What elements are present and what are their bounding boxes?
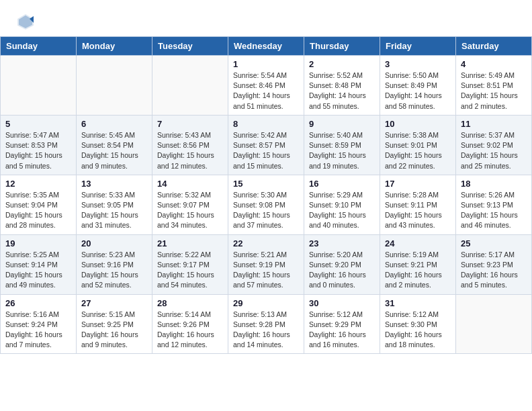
column-header-monday: Monday xyxy=(77,37,152,56)
calendar-cell xyxy=(456,294,532,354)
calendar-cell: 23Sunrise: 5:20 AMSunset: 9:20 PMDayligh… xyxy=(304,234,380,294)
week-row-1: 1Sunrise: 5:54 AMSunset: 8:46 PMDaylight… xyxy=(1,56,532,116)
day-number: 12 xyxy=(5,179,71,189)
day-info: Sunrise: 5:42 AMSunset: 8:57 PMDaylight:… xyxy=(233,130,299,171)
calendar-cell xyxy=(77,56,152,116)
day-info: Sunrise: 5:25 AMSunset: 9:14 PMDaylight:… xyxy=(5,250,71,291)
day-number: 4 xyxy=(461,59,527,69)
day-number: 26 xyxy=(5,298,71,308)
calendar-cell: 20Sunrise: 5:23 AMSunset: 9:16 PMDayligh… xyxy=(77,234,152,294)
calendar-cell: 2Sunrise: 5:52 AMSunset: 8:48 PMDaylight… xyxy=(304,56,380,116)
calendar-cell: 28Sunrise: 5:14 AMSunset: 9:26 PMDayligh… xyxy=(152,294,228,354)
column-header-tuesday: Tuesday xyxy=(152,37,228,56)
calendar-cell: 27Sunrise: 5:15 AMSunset: 9:25 PMDayligh… xyxy=(77,294,152,354)
calendar-cell: 31Sunrise: 5:12 AMSunset: 9:30 PMDayligh… xyxy=(380,294,456,354)
day-info: Sunrise: 5:43 AMSunset: 8:56 PMDaylight:… xyxy=(157,130,223,171)
column-header-wednesday: Wednesday xyxy=(228,37,304,56)
day-info: Sunrise: 5:32 AMSunset: 9:07 PMDaylight:… xyxy=(157,190,223,231)
column-header-thursday: Thursday xyxy=(304,37,380,56)
calendar-cell: 19Sunrise: 5:25 AMSunset: 9:14 PMDayligh… xyxy=(1,234,77,294)
day-number: 24 xyxy=(385,238,451,248)
day-info: Sunrise: 5:38 AMSunset: 9:01 PMDaylight:… xyxy=(385,130,451,171)
day-number: 6 xyxy=(81,119,147,129)
day-info: Sunrise: 5:30 AMSunset: 9:08 PMDaylight:… xyxy=(233,190,299,231)
day-info: Sunrise: 5:54 AMSunset: 8:46 PMDaylight:… xyxy=(233,71,299,111)
day-number: 25 xyxy=(461,238,527,248)
generalblue-logo-icon xyxy=(16,12,35,31)
calendar-cell: 25Sunrise: 5:17 AMSunset: 9:23 PMDayligh… xyxy=(456,234,532,294)
week-row-2: 5Sunrise: 5:47 AMSunset: 8:53 PMDaylight… xyxy=(1,115,532,175)
day-number: 19 xyxy=(5,238,71,248)
day-info: Sunrise: 5:22 AMSunset: 9:17 PMDaylight:… xyxy=(157,250,223,291)
day-info: Sunrise: 5:35 AMSunset: 9:04 PMDaylight:… xyxy=(5,190,71,231)
day-number: 18 xyxy=(461,179,527,189)
day-number: 30 xyxy=(309,298,375,308)
calendar-cell: 29Sunrise: 5:13 AMSunset: 9:28 PMDayligh… xyxy=(228,294,304,354)
day-info: Sunrise: 5:50 AMSunset: 8:49 PMDaylight:… xyxy=(385,71,451,111)
calendar-cell: 3Sunrise: 5:50 AMSunset: 8:49 PMDaylight… xyxy=(380,56,456,116)
day-info: Sunrise: 5:17 AMSunset: 9:23 PMDaylight:… xyxy=(461,250,527,291)
day-number: 15 xyxy=(233,179,299,189)
day-number: 31 xyxy=(385,298,451,308)
calendar-cell: 21Sunrise: 5:22 AMSunset: 9:17 PMDayligh… xyxy=(152,234,228,294)
calendar-cell: 16Sunrise: 5:29 AMSunset: 9:10 PMDayligh… xyxy=(304,175,380,234)
day-number: 5 xyxy=(5,119,71,129)
calendar-cell: 11Sunrise: 5:37 AMSunset: 9:02 PMDayligh… xyxy=(456,115,532,175)
calendar-cell: 13Sunrise: 5:33 AMSunset: 9:05 PMDayligh… xyxy=(77,175,152,234)
day-info: Sunrise: 5:33 AMSunset: 9:05 PMDaylight:… xyxy=(81,190,147,231)
day-number: 13 xyxy=(81,179,147,189)
calendar-cell: 10Sunrise: 5:38 AMSunset: 9:01 PMDayligh… xyxy=(380,115,456,175)
day-info: Sunrise: 5:23 AMSunset: 9:16 PMDaylight:… xyxy=(81,250,147,291)
calendar-cell: 22Sunrise: 5:21 AMSunset: 9:19 PMDayligh… xyxy=(228,234,304,294)
day-info: Sunrise: 5:40 AMSunset: 8:59 PMDaylight:… xyxy=(309,130,375,171)
calendar-cell xyxy=(152,56,228,116)
logo xyxy=(16,12,38,31)
calendar-table: SundayMondayTuesdayWednesdayThursdayFrid… xyxy=(0,36,532,354)
column-header-sunday: Sunday xyxy=(1,37,77,56)
week-row-5: 26Sunrise: 5:16 AMSunset: 9:24 PMDayligh… xyxy=(1,294,532,354)
day-info: Sunrise: 5:16 AMSunset: 9:24 PMDaylight:… xyxy=(5,310,71,351)
week-row-3: 12Sunrise: 5:35 AMSunset: 9:04 PMDayligh… xyxy=(1,175,532,234)
calendar-cell: 5Sunrise: 5:47 AMSunset: 8:53 PMDaylight… xyxy=(1,115,77,175)
calendar-cell: 8Sunrise: 5:42 AMSunset: 8:57 PMDaylight… xyxy=(228,115,304,175)
day-number: 21 xyxy=(157,238,223,248)
day-info: Sunrise: 5:52 AMSunset: 8:48 PMDaylight:… xyxy=(309,71,375,111)
calendar-cell xyxy=(1,56,77,116)
page-header xyxy=(0,0,532,36)
column-header-saturday: Saturday xyxy=(456,37,532,56)
calendar-cell: 6Sunrise: 5:45 AMSunset: 8:54 PMDaylight… xyxy=(77,115,152,175)
day-info: Sunrise: 5:19 AMSunset: 9:21 PMDaylight:… xyxy=(385,250,451,291)
day-number: 9 xyxy=(309,119,375,129)
day-info: Sunrise: 5:15 AMSunset: 9:25 PMDaylight:… xyxy=(81,310,147,351)
day-number: 11 xyxy=(461,119,527,129)
day-number: 20 xyxy=(81,238,147,248)
day-number: 8 xyxy=(233,119,299,129)
day-info: Sunrise: 5:14 AMSunset: 9:26 PMDaylight:… xyxy=(157,310,223,351)
day-info: Sunrise: 5:29 AMSunset: 9:10 PMDaylight:… xyxy=(309,190,375,231)
day-number: 22 xyxy=(233,238,299,248)
day-info: Sunrise: 5:47 AMSunset: 8:53 PMDaylight:… xyxy=(5,130,71,171)
column-header-friday: Friday xyxy=(380,37,456,56)
day-info: Sunrise: 5:21 AMSunset: 9:19 PMDaylight:… xyxy=(233,250,299,291)
day-number: 7 xyxy=(157,119,223,129)
day-number: 14 xyxy=(157,179,223,189)
day-info: Sunrise: 5:37 AMSunset: 9:02 PMDaylight:… xyxy=(461,130,527,171)
week-row-4: 19Sunrise: 5:25 AMSunset: 9:14 PMDayligh… xyxy=(1,234,532,294)
day-info: Sunrise: 5:28 AMSunset: 9:11 PMDaylight:… xyxy=(385,190,451,231)
day-info: Sunrise: 5:45 AMSunset: 8:54 PMDaylight:… xyxy=(81,130,147,171)
day-number: 27 xyxy=(81,298,147,308)
calendar-cell: 4Sunrise: 5:49 AMSunset: 8:51 PMDaylight… xyxy=(456,56,532,116)
calendar-cell: 12Sunrise: 5:35 AMSunset: 9:04 PMDayligh… xyxy=(1,175,77,234)
calendar-cell: 30Sunrise: 5:12 AMSunset: 9:29 PMDayligh… xyxy=(304,294,380,354)
day-info: Sunrise: 5:12 AMSunset: 9:30 PMDaylight:… xyxy=(385,310,451,351)
calendar-cell: 18Sunrise: 5:26 AMSunset: 9:13 PMDayligh… xyxy=(456,175,532,234)
day-info: Sunrise: 5:49 AMSunset: 8:51 PMDaylight:… xyxy=(461,71,527,111)
calendar-cell: 7Sunrise: 5:43 AMSunset: 8:56 PMDaylight… xyxy=(152,115,228,175)
calendar-cell: 14Sunrise: 5:32 AMSunset: 9:07 PMDayligh… xyxy=(152,175,228,234)
day-number: 29 xyxy=(233,298,299,308)
calendar-cell: 9Sunrise: 5:40 AMSunset: 8:59 PMDaylight… xyxy=(304,115,380,175)
calendar-cell: 17Sunrise: 5:28 AMSunset: 9:11 PMDayligh… xyxy=(380,175,456,234)
calendar-cell: 15Sunrise: 5:30 AMSunset: 9:08 PMDayligh… xyxy=(228,175,304,234)
day-number: 17 xyxy=(385,179,451,189)
day-number: 10 xyxy=(385,119,451,129)
